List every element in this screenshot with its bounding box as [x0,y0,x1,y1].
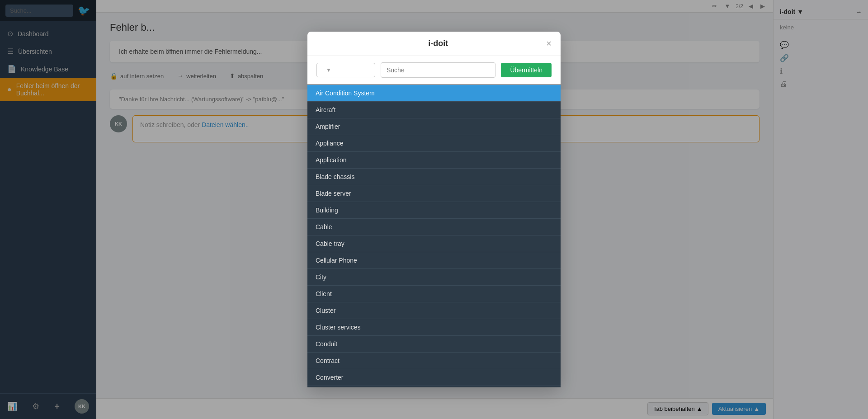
list-item[interactable]: Air Condition System [307,85,561,102]
chevron-down-icon: ▼ [326,67,331,73]
list-item[interactable]: Blade server [307,185,561,202]
modal-overlay[interactable]: i-doit × ▼ Übermitteln Air Condition Sys… [0,0,868,419]
list-item[interactable]: Client [307,286,561,302]
list-item[interactable]: Converter [307,369,561,386]
list-item[interactable]: Aircraft [307,102,561,118]
list-item[interactable]: Blade chassis [307,169,561,185]
type-dropdown[interactable]: ▼ [316,63,375,77]
list-item[interactable]: Conduit [307,336,561,353]
modal-title: i-doit [330,39,546,48]
list-item[interactable]: Cable [307,219,561,235]
modal-header: i-doit × [307,32,561,56]
search-input[interactable] [381,62,495,78]
list-item[interactable]: Cellular Phone [307,252,561,269]
list-item[interactable]: Cluster services [307,319,561,336]
list-item[interactable]: Application [307,152,561,169]
modal-close-button[interactable]: × [546,39,552,48]
modal-dialog: i-doit × ▼ Übermitteln Air Condition Sys… [307,32,561,388]
modal-body: ▼ Übermitteln Air Condition SystemAircra… [307,56,561,388]
list-item[interactable]: Appliance [307,135,561,152]
dropdown-list: Air Condition SystemAircraftAmplifierApp… [307,84,561,388]
list-item[interactable]: Cluster [307,302,561,319]
list-item[interactable]: Country [307,386,561,388]
list-item[interactable]: Contract [307,353,561,369]
list-item[interactable]: City [307,269,561,286]
submit-button[interactable]: Übermitteln [501,63,552,77]
list-item[interactable]: Amplifier [307,118,561,135]
list-item[interactable]: Cable tray [307,235,561,252]
list-item[interactable]: Building [307,202,561,219]
modal-top-row: ▼ Übermitteln [307,56,561,84]
